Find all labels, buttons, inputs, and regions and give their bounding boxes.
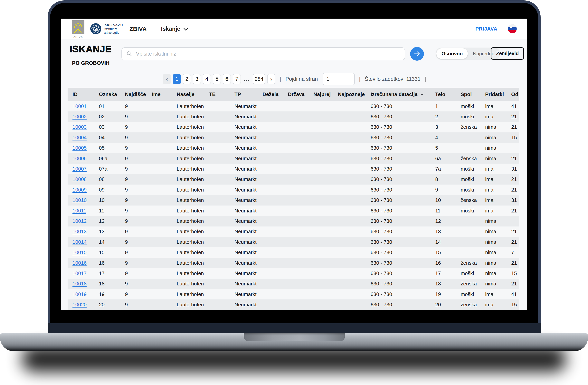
- cell-tp: Neumarkt: [234, 291, 262, 297]
- cell-spol: moški: [461, 270, 485, 276]
- page-button[interactable]: 5: [213, 74, 221, 84]
- grave-id-link[interactable]: 10002: [72, 114, 99, 120]
- cell-od: 21: [511, 260, 519, 266]
- grave-id-link[interactable]: 10014: [72, 239, 99, 245]
- page-button[interactable]: 2: [183, 74, 191, 84]
- grave-id-link[interactable]: 10011: [72, 208, 99, 214]
- grave-id-link[interactable]: 10007: [72, 166, 99, 172]
- table-row: 10004049LauterhofenNeumarkt630 - 7304nim…: [68, 132, 519, 143]
- cell-datacija: 630 - 730: [371, 302, 435, 308]
- cell-najdisce: 9: [125, 208, 152, 214]
- page-button[interactable]: 4: [203, 74, 211, 84]
- mode-basic-button[interactable]: Osnovno: [436, 48, 468, 59]
- cell-od: 7: [511, 250, 519, 255]
- column-header[interactable]: Naselje: [177, 91, 209, 97]
- grave-id-link[interactable]: 10019: [72, 291, 99, 297]
- page-button[interactable]: 1: [173, 74, 181, 84]
- cell-tp: Neumarkt: [234, 155, 262, 162]
- page-button[interactable]: 7: [233, 74, 241, 84]
- page-button[interactable]: 6: [223, 74, 231, 84]
- grave-id-link[interactable]: 10006: [72, 155, 99, 162]
- grave-id-link[interactable]: 10010: [72, 197, 99, 203]
- grave-id-link[interactable]: 10013: [72, 229, 99, 234]
- cell-od: 21: [511, 187, 519, 193]
- cell-oznaka: 14: [99, 239, 125, 245]
- cell-datacija: 630 - 730: [371, 291, 435, 297]
- table-row: 10003039LauterhofenNeumarkt630 - 7303žen…: [68, 122, 519, 132]
- cell-tp: Neumarkt: [234, 239, 262, 245]
- column-header[interactable]: Pridatki: [485, 91, 511, 97]
- grave-id-link[interactable]: 10001: [72, 103, 99, 109]
- cell-najdisce: 9: [125, 250, 152, 255]
- cell-pridatki: nima: [485, 281, 511, 287]
- column-header[interactable]: Najpozneje: [338, 91, 371, 97]
- next-page-button[interactable]: ›: [267, 74, 275, 84]
- goto-page-input[interactable]: [323, 73, 355, 85]
- cell-oznaka: 02: [99, 114, 125, 120]
- cell-datacija: 630 - 730: [371, 281, 435, 287]
- column-header[interactable]: Spol: [461, 91, 485, 97]
- sort-chevron-icon: [420, 94, 424, 96]
- cell-oznaka: 08: [99, 176, 125, 182]
- grave-id-link[interactable]: 10003: [72, 124, 99, 130]
- laptop-mockup-stage: ZBIVA ZRC SAZU: [0, 0, 588, 385]
- cell-spol: moški: [461, 291, 485, 297]
- cell-od: 21: [511, 281, 519, 287]
- language-flag-slovenia[interactable]: [508, 24, 517, 33]
- table-row: 10002029LauterhofenNeumarkt630 - 7302moš…: [68, 111, 519, 122]
- cell-tp: Neumarkt: [234, 229, 262, 234]
- map-button[interactable]: Zemljevid: [491, 47, 524, 60]
- cell-spol: ženska: [461, 281, 485, 287]
- cell-oznaka: 19: [99, 291, 125, 297]
- table-row: 10011119LauterhofenNeumarkt630 - 73011mo…: [68, 205, 519, 216]
- grave-id-link[interactable]: 10018: [72, 281, 99, 287]
- app-header: ZBIVA ZRC SAZU: [61, 19, 527, 39]
- column-header[interactable]: Oznaka: [99, 91, 125, 97]
- column-header[interactable]: Telo: [435, 91, 461, 97]
- grave-id-link[interactable]: 10005: [72, 145, 99, 151]
- page-button[interactable]: 284: [253, 74, 265, 84]
- zbiva-logo[interactable]: ZBIVA: [72, 20, 84, 38]
- grave-id-link[interactable]: 10008: [72, 176, 99, 182]
- grave-id-link[interactable]: 10016: [72, 260, 99, 266]
- table-row: 10012129LauterhofenNeumarkt630 - 73012ni…: [68, 216, 519, 226]
- cell-pridatki: nima: [485, 135, 511, 141]
- column-header[interactable]: Ime: [152, 91, 177, 97]
- cell-tp: Neumarkt: [234, 208, 262, 214]
- column-header[interactable]: Država: [288, 91, 313, 97]
- cell-telo: 12: [435, 218, 461, 224]
- zrc-sazu-logo[interactable]: ZRC SAZU Inštitut za arheologijo: [90, 23, 123, 35]
- grave-id-link[interactable]: 10009: [72, 187, 99, 193]
- cell-najdisce: 9: [125, 155, 152, 162]
- column-header[interactable]: Dežela: [262, 91, 288, 97]
- cell-pridatki: ima: [485, 197, 511, 203]
- column-header[interactable]: Izračunana datacija: [371, 91, 435, 97]
- cell-spol: moški: [461, 166, 485, 172]
- nav-item-iskanje[interactable]: Iskanje: [161, 19, 188, 39]
- table-row: 10009099LauterhofenNeumarkt630 - 7309moš…: [68, 185, 519, 195]
- login-link[interactable]: PRIJAVA: [475, 19, 497, 39]
- search-submit-button[interactable]: [410, 47, 424, 61]
- grave-id-link[interactable]: 10012: [72, 218, 99, 224]
- column-header[interactable]: TP: [234, 91, 262, 97]
- cell-najdisce: 9: [125, 135, 152, 141]
- grave-id-link[interactable]: 10020: [72, 302, 99, 308]
- cell-oznaka: 16: [99, 260, 125, 266]
- search-input[interactable]: [136, 51, 403, 57]
- column-header[interactable]: Od: [511, 91, 519, 97]
- cell-naselje: Lauterhofen: [177, 124, 209, 130]
- prev-page-button[interactable]: ‹: [163, 74, 171, 84]
- grave-id-link[interactable]: 10015: [72, 250, 99, 255]
- column-header[interactable]: Najdišče: [125, 91, 152, 97]
- column-header[interactable]: Najprej: [313, 91, 338, 97]
- grave-id-link[interactable]: 10017: [72, 270, 99, 276]
- cell-spol: ženska: [461, 124, 485, 130]
- cell-oznaka: 10: [99, 197, 125, 203]
- slovenia-coat-of-arms: [509, 27, 512, 30]
- column-header[interactable]: ID: [72, 91, 99, 97]
- page-button[interactable]: 3: [193, 74, 201, 84]
- grave-id-link[interactable]: 10004: [72, 135, 99, 141]
- cell-pridatki: nima: [485, 218, 511, 224]
- cell-od: 21: [511, 155, 519, 162]
- column-header[interactable]: TE: [209, 91, 234, 97]
